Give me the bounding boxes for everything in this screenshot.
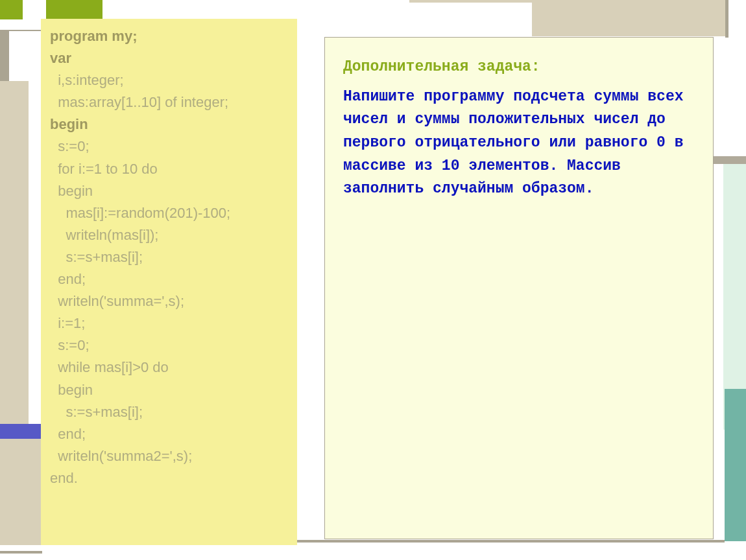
code-line: writeln('summa=',s); (50, 290, 288, 312)
code-line: program my; (50, 25, 288, 47)
code-line: s:=s+mas[i]; (50, 401, 288, 423)
deco-block (532, 3, 726, 36)
code-line: i:=1; (50, 312, 288, 334)
code-line: while mas[i]>0 do (50, 356, 288, 379)
code-line: for i:=1 to 10 do (50, 158, 288, 180)
code-line: mas[i]:=random(201)-100; (50, 202, 288, 224)
code-line: begin (50, 379, 288, 401)
code-line: begin (50, 113, 288, 135)
deco-block (0, 81, 29, 425)
task-panel: Дополнительная задача: Напишите программ… (324, 37, 714, 539)
code-line: var (50, 47, 288, 69)
deco-block (0, 551, 42, 554)
code-line: i,s:integer; (50, 69, 288, 91)
deco-block (725, 0, 728, 38)
code-panel: program my;var i,s:integer; mas:array[1.… (41, 19, 297, 545)
code-line: end; (50, 423, 288, 445)
task-body: Напишите программу подсчета суммы всех ч… (343, 86, 695, 201)
code-line: mas:array[1..10] of integer; (50, 91, 288, 113)
code-line: s:=s+mas[i]; (50, 246, 288, 268)
deco-block (46, 0, 102, 19)
code-line: writeln('summa2=',s); (50, 445, 288, 467)
task-title: Дополнительная задача: (343, 56, 695, 79)
deco-block (9, 30, 43, 31)
code-line: end; (50, 268, 288, 290)
deco-block (712, 156, 746, 164)
code-line: writeln(mas[i]); (50, 224, 288, 246)
deco-block (0, 424, 42, 439)
code-line: s:=0; (50, 135, 288, 158)
deco-block (0, 439, 42, 545)
code-line: end. (50, 467, 288, 489)
code-line: s:=0; (50, 334, 288, 356)
deco-block (0, 0, 23, 19)
code-listing: program my;var i,s:integer; mas:array[1.… (50, 25, 288, 489)
code-line: begin (50, 180, 288, 202)
deco-block (725, 389, 746, 541)
